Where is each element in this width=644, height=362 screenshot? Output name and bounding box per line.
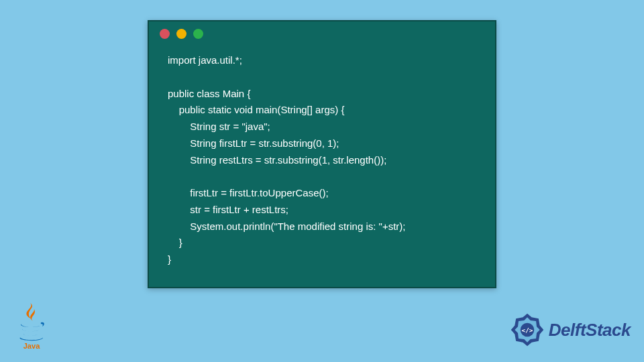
- maximize-dot-icon: [193, 29, 203, 39]
- window-titlebar: [149, 21, 495, 46]
- java-logo-label: Java: [23, 342, 41, 350]
- svg-text:</>: </>: [521, 326, 533, 334]
- delftstack-brand-text: DelftStack: [549, 320, 631, 341]
- minimize-dot-icon: [176, 29, 186, 39]
- java-logo-icon: Java: [12, 300, 51, 353]
- delftstack-logo-icon: </>: [508, 311, 546, 349]
- code-content: import java.util.*; public class Main { …: [149, 46, 495, 287]
- code-window: import java.util.*; public class Main { …: [148, 20, 496, 288]
- delftstack-brand: </> DelftStack: [508, 311, 631, 349]
- close-dot-icon: [160, 29, 170, 39]
